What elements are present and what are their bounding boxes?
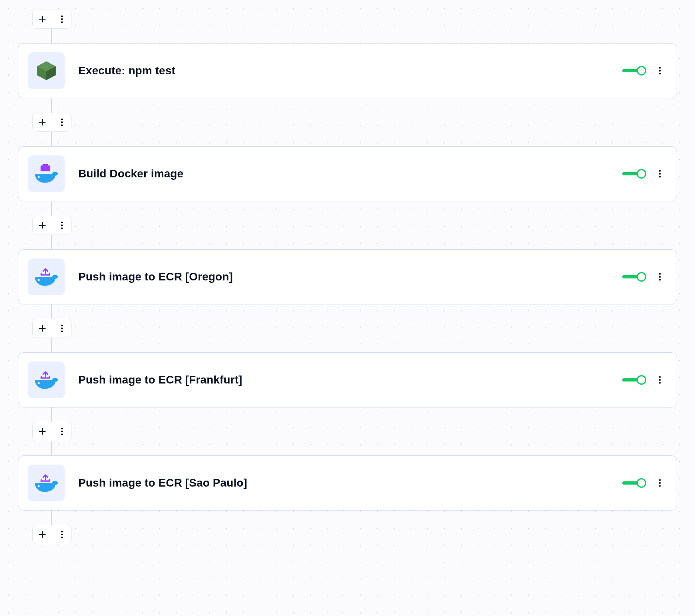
connector-group	[32, 111, 677, 133]
more-vertical-icon	[61, 427, 63, 436]
more-vertical-icon	[659, 272, 661, 281]
more-vertical-icon	[61, 118, 63, 127]
pipeline-step-card[interactable]: Execute: npm test	[18, 43, 677, 98]
step-actions	[622, 372, 665, 388]
more-vertical-icon	[61, 221, 63, 230]
plus-icon	[38, 427, 47, 436]
step-more-button[interactable]	[654, 372, 665, 388]
more-vertical-icon	[61, 530, 63, 539]
add-step-control	[32, 10, 71, 29]
step-enabled-toggle[interactable]	[622, 169, 645, 179]
step-enabled-toggle[interactable]	[622, 375, 645, 385]
add-step-more-button[interactable]	[52, 10, 71, 28]
add-step-button[interactable]	[33, 525, 52, 544]
step-more-button[interactable]	[654, 475, 665, 491]
more-vertical-icon	[659, 66, 661, 75]
more-vertical-icon	[61, 15, 63, 24]
connector-group	[32, 523, 677, 546]
node-cube-icon	[35, 59, 58, 82]
step-enabled-toggle[interactable]	[622, 66, 645, 76]
pipeline-canvas: Execute: npm test Build Docker im	[0, 0, 695, 562]
step-title: Push image to ECR [Sao Paulo]	[78, 477, 622, 489]
step-actions	[622, 166, 665, 182]
step-title: Build Docker image	[78, 167, 622, 180]
step-title: Push image to ECR [Oregon]	[78, 270, 622, 283]
plus-icon	[38, 221, 47, 230]
step-icon-tile	[28, 155, 65, 192]
add-step-control	[32, 113, 71, 132]
step-title: Execute: npm test	[78, 64, 622, 77]
add-step-more-button[interactable]	[52, 113, 71, 131]
step-title: Push image to ECR [Frankfurt]	[78, 374, 622, 386]
more-vertical-icon	[659, 479, 661, 487]
docker-push-icon	[34, 267, 59, 286]
step-actions	[622, 269, 665, 285]
step-more-button[interactable]	[654, 166, 665, 182]
add-step-more-button[interactable]	[52, 216, 71, 234]
connector-group	[32, 420, 677, 443]
plus-icon	[38, 118, 47, 127]
connector-group	[32, 8, 677, 30]
plus-icon	[38, 530, 47, 539]
pipeline-step-card[interactable]: Push image to ECR [Frankfurt]	[18, 352, 677, 407]
add-step-button[interactable]	[33, 216, 52, 234]
add-step-control	[32, 525, 71, 544]
add-step-button[interactable]	[33, 422, 52, 441]
add-step-button[interactable]	[33, 113, 52, 131]
add-step-more-button[interactable]	[52, 319, 71, 338]
toggle-knob	[637, 478, 646, 488]
step-actions	[622, 475, 665, 491]
more-vertical-icon	[659, 169, 661, 178]
step-icon-tile	[28, 362, 65, 398]
add-step-more-button[interactable]	[52, 525, 71, 544]
pipeline-step-card[interactable]: Build Docker image	[18, 146, 677, 201]
add-step-control	[32, 319, 71, 338]
step-icon-tile	[28, 258, 65, 295]
step-more-button[interactable]	[654, 269, 665, 285]
more-vertical-icon	[61, 324, 63, 333]
step-icon-tile	[28, 52, 65, 89]
add-step-button[interactable]	[33, 319, 52, 338]
toggle-knob	[637, 375, 646, 385]
more-vertical-icon	[659, 376, 661, 384]
docker-push-icon	[34, 370, 59, 389]
plus-icon	[38, 15, 47, 24]
add-step-control	[32, 422, 71, 441]
step-actions	[622, 63, 665, 79]
connector-group	[32, 317, 677, 340]
connector-group	[32, 214, 677, 236]
toggle-knob	[637, 169, 646, 179]
toggle-knob	[637, 66, 646, 76]
plus-icon	[38, 324, 47, 333]
toggle-knob	[637, 272, 646, 282]
step-enabled-toggle[interactable]	[622, 272, 645, 282]
step-more-button[interactable]	[654, 63, 665, 79]
docker-push-icon	[34, 473, 59, 493]
add-step-control	[32, 216, 71, 235]
step-icon-tile	[28, 465, 65, 501]
add-step-more-button[interactable]	[52, 422, 71, 441]
step-enabled-toggle[interactable]	[622, 478, 645, 488]
pipeline-step-card[interactable]: Push image to ECR [Oregon]	[18, 249, 677, 304]
add-step-button[interactable]	[33, 10, 52, 28]
pipeline-step-card[interactable]: Push image to ECR [Sao Paulo]	[18, 455, 677, 511]
docker-build-icon	[34, 164, 59, 183]
